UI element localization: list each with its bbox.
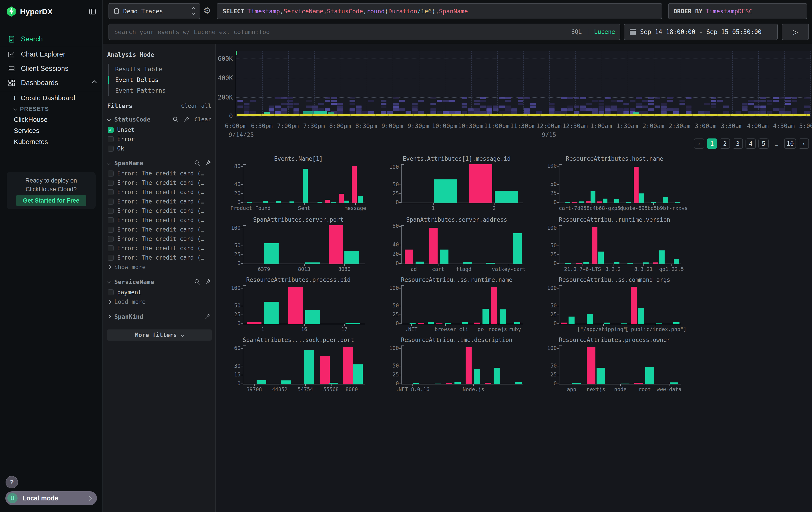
chart-x-tick [509,264,509,266]
search-icon[interactable] [172,116,179,123]
search-icon[interactable] [194,278,201,285]
filter-option[interactable]: Error: The credit card (… [103,244,215,253]
clear-filter[interactable]: Clear [195,116,211,123]
checkbox-checked[interactable]: ✓ [108,127,114,133]
page-button-1[interactable]: 1 [707,138,717,149]
page-button-2[interactable]: 2 [720,138,730,149]
checkbox-unchecked[interactable] [108,136,114,142]
sidebar-item-create-dashboard[interactable]: +Create Dashboard [0,92,102,104]
help-button[interactable]: ? [5,476,18,488]
chart-y-tick [240,348,243,349]
search-input[interactable] [114,28,567,36]
chevron-right-icon[interactable] [107,315,111,319]
collapse-sidebar-icon[interactable] [88,8,96,16]
local-mode-button[interactable]: U Local mode [5,491,97,505]
filter-group-name[interactable]: ServiceName [114,278,190,286]
page-button-3[interactable]: 3 [733,138,743,149]
checkbox-unchecked[interactable] [108,245,114,251]
more-filters-button[interactable]: More filters [107,329,212,341]
chart-x-label: 8080 [311,266,378,272]
chevron-down-icon[interactable] [107,161,111,165]
checkbox-unchecked[interactable] [108,198,114,205]
filter-option[interactable]: Error: The credit card (… [103,215,215,225]
search-icon[interactable] [194,160,201,166]
page-button-5[interactable]: 5 [758,138,768,149]
chart-x-label: go1.22.5 [638,266,705,272]
checkbox-unchecked[interactable] [108,289,114,295]
filter-option[interactable]: Ok [103,144,215,153]
checkbox-unchecked[interactable] [108,236,114,242]
heatmap-cell [779,97,785,99]
pin-icon[interactable] [183,116,190,123]
page-prev-button[interactable]: ‹ [694,138,704,149]
heatmap-cell [580,97,586,99]
filter-option[interactable]: payment [103,288,215,297]
filter-option[interactable]: Error: The credit card (… [103,197,215,206]
pin-icon[interactable] [205,278,211,285]
heatmap-cell [536,111,542,114]
show-more[interactable]: Load more [103,297,215,307]
filter-option[interactable]: Error [103,134,215,144]
sidebar-item-dashboards[interactable]: Dashboards [0,76,102,90]
sidebar-item-services[interactable]: Services [0,125,102,136]
presets-row[interactable]: PRESETS [0,104,102,114]
filter-option[interactable]: Error: The credit card (… [103,178,215,187]
gear-icon[interactable]: ⚙ [203,5,211,16]
sidebar-item-client-sessions[interactable]: Client Sessions [0,61,102,76]
analysis-mode-results-table[interactable]: Results Table [108,64,212,74]
pin-icon[interactable] [205,160,211,166]
pin-icon[interactable] [205,313,211,320]
chevron-down-icon[interactable] [107,117,111,121]
page-button-4[interactable]: 4 [746,138,756,149]
chart-y-label: 25 [229,312,240,318]
filter-group-name[interactable]: StatusCode [114,116,168,123]
order-by-input[interactable]: ORDER BYTimestamp DESC [668,3,807,19]
analysis-mode-event-deltas[interactable]: Event Deltas [108,74,212,85]
filter-option[interactable]: Error: The credit card (… [103,225,215,234]
sql-select-input[interactable]: SELECTTimestamp, ServiceName, StatusCode… [217,3,662,19]
chart-plot: 10050250.NETbrowsercligonodejsruby [401,286,523,324]
chart-y-label: 0 [229,260,240,266]
chart-x-tick [304,324,304,326]
heatmap-cell [754,106,760,108]
mode-toggle-sql[interactable]: SQL [571,28,582,35]
chart-bar [631,287,637,324]
get-started-button[interactable]: Get Started for Free [16,195,86,206]
checkbox-unchecked[interactable] [108,226,114,233]
chevron-down-icon[interactable] [107,280,111,284]
sidebar-item-chart-explorer[interactable]: Chart Explorer [0,47,102,61]
sidebar-item-search[interactable]: Search [0,33,102,45]
sidebar-item-kubernetes[interactable]: Kubernetes [0,136,102,147]
source-select[interactable]: Demo Traces [109,3,200,19]
filter-option[interactable]: Error: The credit card (… [103,187,215,197]
checkbox-unchecked[interactable] [108,180,114,186]
chart-y-tick [399,288,401,289]
clear-all-filters[interactable]: Clear all [181,103,211,109]
run-query-button[interactable]: ▷ [782,24,809,40]
filter-group-name[interactable]: SpanKind [114,313,201,320]
analysis-mode-event-patterns[interactable]: Event Patterns [108,85,212,96]
time-range-picker[interactable]: Sep 14 18:00:00 - Sep 15 05:30:00 [624,24,778,40]
chart-y-tick [240,193,243,194]
checkbox-unchecked[interactable] [108,145,114,152]
filter-option-label: Error [117,136,135,142]
show-more[interactable]: Show more [103,262,215,272]
filter-option[interactable]: Error: The credit card (… [103,253,215,262]
checkbox-unchecked[interactable] [108,170,114,177]
heatmap-cell [760,108,766,111]
filter-group-name[interactable]: SpanName [114,160,190,166]
checkbox-unchecked[interactable] [108,189,114,195]
checkbox-unchecked[interactable] [108,255,114,261]
mode-toggle-lucene[interactable]: Lucene [594,28,615,35]
filter-option[interactable]: Error: The credit card (… [103,206,215,215]
timeline-plot[interactable] [236,51,810,116]
filter-option[interactable]: ✓Unset [103,125,215,134]
heatmap-cell [710,100,716,102]
checkbox-unchecked[interactable] [108,217,114,223]
filter-option[interactable]: Error: The credit card (… [103,169,215,178]
filter-option[interactable]: Error: The credit card (… [103,234,215,244]
sidebar-item-clickhouse[interactable]: ClickHouse [0,114,102,125]
page-button-10[interactable]: 10 [784,138,796,149]
checkbox-unchecked[interactable] [108,208,114,214]
page-next-button[interactable]: › [799,138,809,149]
